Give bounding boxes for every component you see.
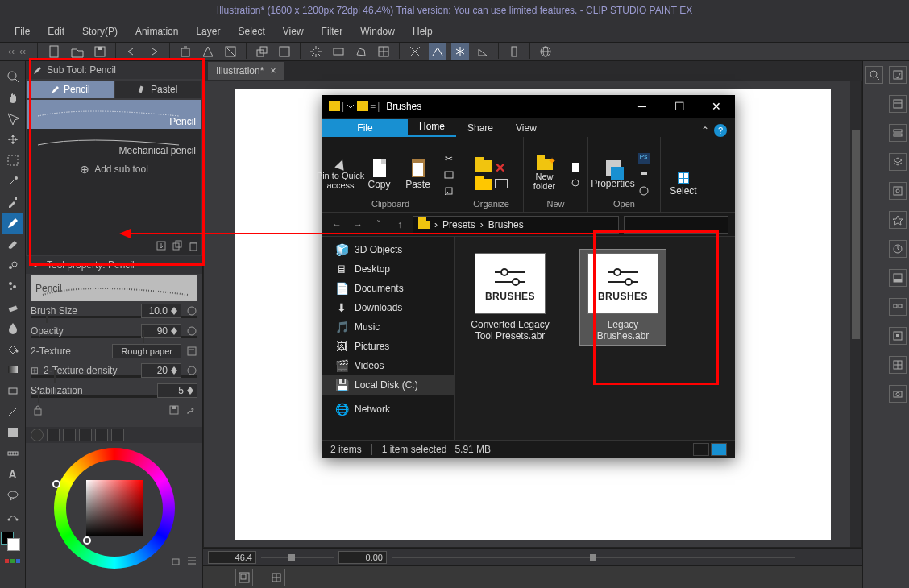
texture-density-link-icon[interactable] [186,365,197,376]
gradient-tool-icon[interactable] [2,359,23,380]
eraser-tool-icon[interactable] [2,296,23,317]
stabilization-field[interactable]: 5 [157,383,197,398]
persp-icon[interactable] [429,43,446,60]
opacity-field[interactable]: 90 [141,324,181,338]
hand-tool-icon[interactable] [2,87,23,108]
texture-select-button[interactable]: Rough paper [112,344,181,358]
ribbon-tab-view[interactable]: View [504,119,548,137]
poly-icon[interactable] [352,43,370,60]
subtool-import-icon[interactable] [156,240,167,251]
menu-help[interactable]: Help [405,23,441,40]
burst-icon[interactable] [307,43,325,60]
fill-tool-icon[interactable] [2,338,23,359]
eyedropper-tool-icon[interactable] [2,192,23,213]
item-bank-icon[interactable] [889,298,907,316]
cut-icon[interactable]: ✂ [439,151,459,166]
frame-tool-icon[interactable] [2,422,23,443]
wrench-icon[interactable] [185,404,196,416]
explorer-search-field[interactable] [624,216,728,234]
texture-density-field[interactable]: 20 [141,363,181,378]
right-search-icon[interactable] [865,66,883,84]
nav-videos[interactable]: 🎬Videos [322,356,454,375]
edit-icon[interactable] [634,168,654,182]
history-icon[interactable] [889,240,907,258]
new-folder-button[interactable]: ✦ New folder [527,159,562,191]
new-item-icon[interactable] [566,159,585,174]
swatch-row-icon[interactable] [5,556,20,563]
move-tool-icon[interactable] [2,108,23,129]
maximize-button[interactable]: ☐ [661,95,698,118]
nav-desktop[interactable]: 🖥Desktop [322,259,454,279]
menu-layer[interactable]: Layer [188,23,228,40]
angle-field[interactable]: 0.00 [338,551,387,564]
canvas-icon[interactable] [276,43,293,60]
subtool-tab-pencil[interactable]: Pencil [27,81,114,98]
address-bar[interactable]: ›Presets ›Brushes [413,216,619,234]
brush-size-field[interactable]: 10.0 [141,304,181,318]
paste-button[interactable]: Paste [401,159,436,190]
nav-local-disk[interactable]: 💾Local Disk (C:) [322,375,454,395]
brush-tool-icon[interactable] [2,234,23,255]
wand-tool-icon[interactable] [2,171,23,192]
color-lock-icon[interactable] [170,554,181,565]
subtool-brush-mechanical[interactable]: Mechanical pencil [27,129,201,158]
airbrush-tool-icon[interactable] [2,255,23,275]
object-tool-icon[interactable] [2,129,23,150]
info-panel-icon[interactable] [889,269,907,287]
ribbon-tab-home[interactable]: Home [408,118,456,137]
details-view-icon[interactable] [693,443,709,456]
ribbon-tab-file[interactable]: File [322,119,408,137]
angle-slider[interactable] [392,553,795,561]
file-list[interactable]: BRUSHES Converted Legacy Tool Presets.ab… [454,237,735,440]
color-wheel[interactable] [54,448,175,569]
zoom-tool-icon[interactable] [2,66,23,87]
lock-config-icon[interactable] [32,404,44,416]
help-icon[interactable]: ? [714,124,727,137]
brush-size-link-icon[interactable] [186,305,197,317]
redo-icon[interactable] [145,43,163,60]
menu-animation[interactable]: Animation [127,23,186,40]
document-tab-close-icon[interactable]: × [270,65,276,77]
nav-panel-button[interactable] [235,569,253,586]
color-tab-icon[interactable] [111,429,124,441]
menu-select[interactable]: Select [230,23,272,40]
copy-button[interactable]: Copy [362,159,397,190]
texture-settings-icon[interactable] [186,346,197,357]
ruler-tool-icon[interactable] [2,443,23,464]
clear-icon[interactable] [222,43,239,60]
properties-button[interactable]: Properties [596,160,631,189]
open-icon[interactable]: Ps [634,151,654,166]
layer-prop-icon[interactable] [889,153,907,171]
grid-icon[interactable] [375,43,392,60]
delete-icon[interactable]: ✕ [495,160,505,176]
minimize-button[interactable]: ─ [624,95,661,118]
menu-window[interactable]: Window [352,23,403,40]
nav-documents[interactable]: 📄Documents [322,279,454,298]
fill-icon[interactable] [199,43,217,60]
nav-back-icon[interactable]: ← [329,217,345,233]
subtool-duplicate-icon[interactable] [172,240,183,251]
color-tab-icon[interactable] [47,429,60,441]
nav-3d-objects[interactable]: 🧊3D Objects [322,240,454,259]
color-tab-icon[interactable] [63,429,76,441]
correct-line-tool-icon[interactable] [2,506,23,527]
material-icon[interactable] [889,95,907,113]
ribbon-collapse-icon[interactable]: ⌃ [701,125,709,136]
pencil-tool-icon[interactable] [2,213,23,234]
zoom-field[interactable]: 46.4 [208,551,256,564]
blend-tool-icon[interactable] [2,317,23,338]
subtool-tab-pastel[interactable]: Pastel [115,81,201,98]
camera-icon[interactable] [889,385,907,403]
menu-view[interactable]: View [275,23,312,40]
nav-forward-icon[interactable]: → [350,217,366,233]
document-tab[interactable]: Illustration* × [208,62,284,80]
subtool-delete-icon[interactable] [188,240,199,251]
save-preset-icon[interactable] [168,404,180,416]
nav-music[interactable]: 🎵Music [322,317,454,337]
file-converted-presets[interactable]: BRUSHES Converted Legacy Tool Presets.ab… [467,250,553,345]
new-doc-icon[interactable] [46,43,64,60]
copy-to-icon[interactable] [475,179,492,190]
opacity-link-icon[interactable] [186,325,197,337]
zoom-slider[interactable] [261,553,334,561]
symmetry-icon[interactable] [451,43,469,60]
